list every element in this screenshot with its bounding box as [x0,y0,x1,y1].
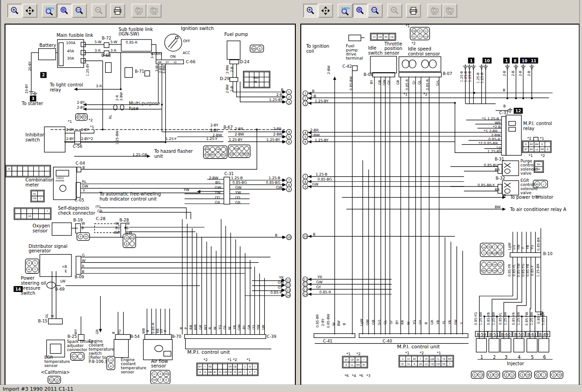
left-diagram-area[interactable]: BRLGWYYGRBWBBWYWGWBRYBGYWGBYGRSWBYBYBWWB… [5,24,296,387]
component-shape [165,34,182,51]
right-diagram-area[interactable]: GYGWRRGBGWRGrGLRGrLRBRBWBBTBRLgWRBB/LBRB… [300,24,580,387]
component-box [50,344,61,353]
pin-label: BR [482,270,486,272]
pin-label: Y [499,270,501,272]
connector-grid [107,356,115,370]
zoom-100-button[interactable]: 100% [338,4,353,18]
zoom-in-button[interactable] [303,4,318,18]
diagram-label: E [65,269,67,273]
diagram-label: 4 [518,355,521,360]
diagram-label: GY [387,80,391,85]
diagram-label: YR [278,276,284,280]
connector-grid [550,371,563,378]
pin-label: GR [240,153,244,155]
diagram-label: B-72 [102,36,111,40]
diagram-label: *1 [228,358,232,362]
diagram-label: YR [448,320,452,325]
pin-label: YB [442,358,445,360]
fit-width-button[interactable] [368,4,383,18]
circuit-link-number: 3 [304,102,306,106]
pan-button[interactable] [318,4,333,18]
ref-badge-label: 14 [15,287,21,291]
pin-label: YR [487,270,491,272]
diagram-label: BR [495,188,500,192]
component-box [509,127,516,131]
fit-page-button[interactable] [353,4,368,18]
diagram-label: B [275,233,277,237]
diagram-label: *2 [203,358,207,362]
diagram-label: To ignition [306,44,329,49]
pin-label: YR [494,374,498,376]
pin-label: B [160,373,161,375]
diagram-label: GW [237,324,241,330]
component-box [502,161,519,176]
pan-button[interactable] [22,4,37,18]
diagram-label: 1.25-B [476,72,480,83]
wire [168,38,176,47]
pin-label: YL [498,264,501,266]
fit-width-button[interactable] [72,4,87,18]
zoom-in-button[interactable] [7,4,22,18]
diagram-label: 3-W [150,52,154,59]
diagram-label: 1.25-BY [315,138,329,142]
print-button[interactable] [406,4,421,18]
component-box [514,339,524,352]
pin-label: RL [33,193,36,195]
diagram-label: 1.25-BR [479,312,483,325]
pin-label: GW [205,154,209,156]
diagram-label: 2-BW [209,176,218,180]
pin-label: B [547,148,548,151]
diagram-label: 2-B [230,86,234,91]
zoom-100-button[interactable]: 100% [42,4,57,18]
diagram-label: C-31 [224,171,234,176]
diagram-label: 0.85-R [270,291,283,295]
pin-label: B [199,371,201,373]
diagram-label: B [82,166,85,170]
pin-label: BR [537,168,541,171]
diagram-label: *1 [437,351,441,355]
diagram-label: W [82,259,86,263]
diagram-label: B [503,104,506,108]
diagram-label: C-04 [76,161,85,166]
circuit-link-number: 13 [304,288,307,291]
pin-label: B [29,262,30,264]
diagram-label: 2-BW [327,65,331,74]
diagram-label: 3-R [96,84,102,88]
diagram-label: 1.25-BR [503,312,507,325]
component-box [539,339,549,352]
ref-badge-label: 12 [516,109,521,113]
pin-label: GrL [424,35,428,38]
arrowhead [283,236,286,239]
diagram-label: 2-BY*2 [81,137,93,141]
diagram-label: WB [193,324,197,330]
component-box [506,115,521,156]
pan-icon [321,6,330,15]
diagram-label: Self-diagnosis [58,206,89,211]
junction-dot [506,97,508,99]
component-shape [505,189,510,193]
arrowhead [308,92,311,95]
connector-grid [151,370,170,384]
diagram-label: Combination [25,177,54,182]
pin-label: BW [252,48,256,50]
diagram-label: sensor [151,363,167,368]
print-button[interactable] [110,4,125,18]
diagram-label: WY [203,324,207,330]
component-shape [46,282,56,288]
pin-label: GY [373,36,375,38]
diagram-label: AM [157,60,162,64]
diagram-label: 1.25-BR [530,312,534,325]
diagram-label: 2-B [511,70,515,76]
diagram-label: B [111,332,116,334]
zoom-out-icon [94,6,104,15]
diagram-label: ENGINE [56,179,64,182]
connector-grid [203,146,227,159]
diagram-label: 1.25-BW [115,131,119,145]
diagram-label: 0.85-R [488,137,501,141]
wire [308,103,501,152]
pin-label: BY [78,116,81,118]
diagram-label: ACC [183,51,191,55]
fit-page-button[interactable] [57,4,72,18]
pin-label: B [537,374,539,376]
zoom-out-button [91,4,106,18]
